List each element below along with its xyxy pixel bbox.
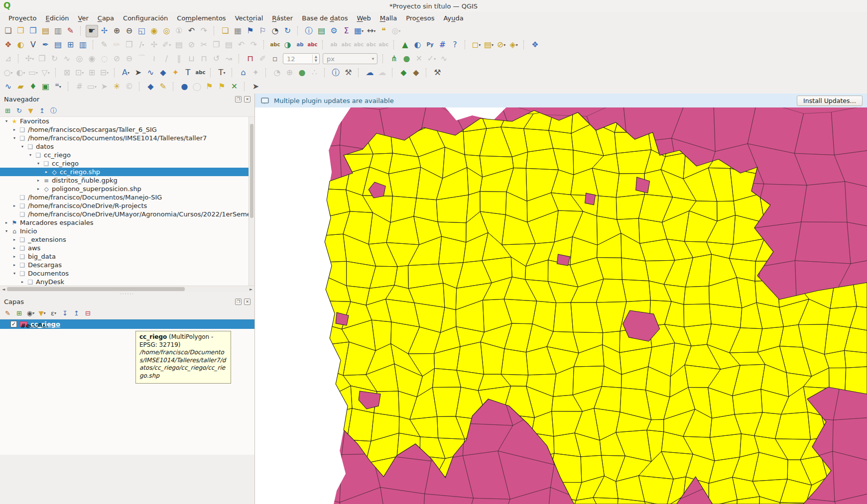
menu-vectorial[interactable]: Vectorial: [231, 13, 268, 23]
layer-labeling-icon[interactable]: abc▾: [269, 39, 281, 51]
chevron-down-icon[interactable]: ▾: [373, 29, 375, 33]
menu-complementos[interactable]: Complementos: [172, 13, 230, 23]
new-project-icon[interactable]: ❏▾: [2, 25, 14, 37]
chevron-down-icon[interactable]: ▾: [492, 43, 494, 47]
annotation-bubble-icon[interactable]: ❝▾: [52, 81, 64, 93]
pan-to-selection-icon[interactable]: ✢▾: [98, 25, 111, 37]
modify-attributes-icon[interactable]: ▤▾: [173, 39, 185, 51]
menu-malla[interactable]: Malla: [375, 13, 401, 23]
split-parts-icon[interactable]: ∥▾: [173, 53, 185, 65]
chevron-down-icon[interactable]: ▾: [479, 43, 481, 47]
tree-item-big-data[interactable]: ▸ ❑ big_data: [0, 252, 248, 261]
new-virtual-layer-icon[interactable]: ⊞▾: [64, 39, 77, 51]
blob-tool-icon[interactable]: ●▾: [178, 81, 191, 93]
layer-item-cc-riego[interactable]: ✓ #e0608f cc_riego: [0, 319, 254, 329]
copy-label-icon[interactable]: abc▾: [377, 39, 390, 51]
refresh-browser-icon[interactable]: ↻: [14, 105, 24, 116]
chevron-down-icon[interactable]: ▾: [223, 71, 225, 75]
redo-icon[interactable]: ↷▾: [248, 39, 260, 51]
statistical-summary-icon[interactable]: ▤▾: [315, 25, 328, 37]
zoom-to-selection-icon[interactable]: ◉▾: [148, 25, 160, 37]
add-polyline-feature-icon[interactable]: ∿▾: [2, 81, 14, 93]
disabled-circles-icon[interactable]: ◯▾: [191, 81, 203, 93]
collapse-all-icon[interactable]: ↥▾: [71, 308, 82, 318]
float-panel-icon[interactable]: ❐: [235, 96, 242, 102]
snapping-mode-icon[interactable]: ✐▾: [256, 53, 269, 65]
float-panel-icon[interactable]: ❐: [235, 299, 242, 305]
data-source-manager-icon[interactable]: ❖▾: [2, 39, 14, 51]
browser-vertical-scrollbar[interactable]: [248, 117, 254, 286]
current-edits-icon[interactable]: ✎▾: [98, 39, 111, 51]
change-label-icon[interactable]: abc▾: [365, 39, 377, 51]
show-spatial-bookmarks-icon[interactable]: ⚐▾: [256, 25, 269, 37]
tree-expander-icon[interactable]: ▾: [3, 119, 10, 123]
toggle-editing-icon[interactable]: ✏▾: [111, 39, 123, 51]
shape-tool-icon[interactable]: ●▾: [296, 67, 308, 79]
help-contents-icon[interactable]: ?▾: [449, 39, 461, 51]
decoration-copyright-icon[interactable]: ©▾: [123, 81, 135, 93]
rotate-point-symbols-icon[interactable]: ↺▾: [210, 53, 223, 65]
tree-expander-icon[interactable]: ▸: [35, 187, 42, 191]
spinbox-arrows[interactable]: ▲▼: [312, 55, 319, 63]
tree-expander-icon[interactable]: ▸: [3, 220, 10, 225]
select-by-value-icon[interactable]: ▤▾: [483, 39, 495, 51]
tree-item-cc-riego-shp[interactable]: ▸ ◇ cc_riego.shp: [0, 168, 248, 176]
tree-expander-icon[interactable]: ▾: [35, 161, 42, 166]
menu-raster[interactable]: Ráster: [267, 13, 297, 23]
tree-expander-icon[interactable]: ▸: [11, 203, 18, 208]
chevron-down-icon[interactable]: ▾: [107, 71, 109, 75]
vertex-tool-icon[interactable]: ✐▾: [160, 39, 173, 51]
avoid-overlap-icon[interactable]: ●▾: [400, 53, 413, 65]
new-geopackage-layer-icon[interactable]: ◐▾: [14, 39, 27, 51]
offset-point-symbols-icon[interactable]: ↝▾: [223, 53, 235, 65]
elevation-profile-icon[interactable]: ◔▾: [271, 67, 283, 79]
html-annotation-icon[interactable]: abc▾: [194, 67, 207, 79]
delete-ring-icon[interactable]: ⊘▾: [111, 53, 123, 65]
tree-expander-icon[interactable]: ▸: [19, 280, 26, 284]
tree-item-poligono-superposicion[interactable]: ▸ ◇ poligono_superposicion.shp: [0, 185, 248, 193]
chevron-down-icon[interactable]: ▾: [36, 71, 38, 75]
main-annotation-layer-icon[interactable]: A▾: [120, 67, 132, 79]
temporal-controller-icon[interactable]: ◔▾: [269, 25, 281, 37]
topology-checker-icon[interactable]: ❖▾: [529, 39, 541, 51]
expand-all-icon[interactable]: ↧▾: [60, 308, 70, 318]
metasearch-icon[interactable]: ◐▾: [411, 39, 424, 51]
kart-repository-icon[interactable]: ◆▾: [397, 67, 410, 79]
browser-horizontal-scrollbar[interactable]: ◄ ►: [0, 286, 254, 292]
chevron-down-icon[interactable]: ▾: [82, 71, 84, 75]
dots-icon[interactable]: ∴▾: [308, 67, 321, 79]
highlight-labels-icon[interactable]: abc▾: [306, 39, 319, 51]
nominatim-geocoder-icon[interactable]: ◎▾: [390, 25, 402, 37]
zoom-out-icon[interactable]: ⊖▾: [123, 25, 135, 37]
bookmark-pin2-icon[interactable]: ⚑▾: [216, 81, 228, 93]
processing-toolbox-icon[interactable]: ⚙▾: [328, 25, 340, 37]
add-polygon-feature-icon[interactable]: ▰▾: [14, 81, 27, 93]
select-features-icon[interactable]: ◻▾: [470, 39, 483, 51]
tree-expander-icon[interactable]: ▾: [3, 229, 10, 233]
snap-on-intersection-icon[interactable]: ✕▾: [413, 53, 425, 65]
chevron-down-icon[interactable]: ▾: [43, 311, 45, 315]
tree-item-taller7[interactable]: ▾ ❑ /home/francisco/Documentos/IMSE1014/…: [0, 134, 248, 142]
debugging-tools-icon[interactable]: ⚒▾: [342, 67, 355, 79]
snapping-units-select[interactable]: px ▾: [323, 53, 377, 64]
menu-base-de-datos[interactable]: Base de datos: [297, 13, 352, 23]
kart-changes-icon[interactable]: ◆▾: [410, 67, 422, 79]
new-mesh-layer-icon[interactable]: ▥▾: [77, 39, 89, 51]
merge-attributes-icon[interactable]: ⊓▾: [198, 53, 210, 65]
tree-item-taller6[interactable]: ▸ ❑ /home/francisco/Descargas/Taller_6_S…: [0, 125, 248, 134]
merge-features-icon[interactable]: ⊔▾: [185, 53, 198, 65]
rotate-label-icon[interactable]: abc▾: [353, 39, 365, 51]
form-annotation-icon[interactable]: T▾: [216, 67, 228, 79]
tree-item-cc-riego-folder2[interactable]: ▾ ❑ cc_riego: [0, 159, 248, 168]
bookmark-pin-icon[interactable]: ⚑▾: [203, 81, 216, 93]
cloud-upload-icon[interactable]: ☁▾: [364, 67, 376, 79]
add-part-icon[interactable]: ◉▾: [86, 53, 98, 65]
chevron-down-icon[interactable]: ▾: [398, 29, 400, 33]
chevron-down-icon[interactable]: ▾: [10, 71, 12, 75]
zoom-in-icon[interactable]: ⊕▾: [111, 25, 123, 37]
filter-by-expression-icon[interactable]: ε▾: [48, 308, 59, 318]
polyline-annotation-icon[interactable]: ∿▾: [144, 67, 157, 79]
new-spatial-bookmark-icon[interactable]: ⚑▾: [244, 25, 256, 37]
refresh-map-icon[interactable]: ↻▾: [281, 25, 294, 37]
chevron-down-icon[interactable]: ▾: [434, 57, 436, 61]
